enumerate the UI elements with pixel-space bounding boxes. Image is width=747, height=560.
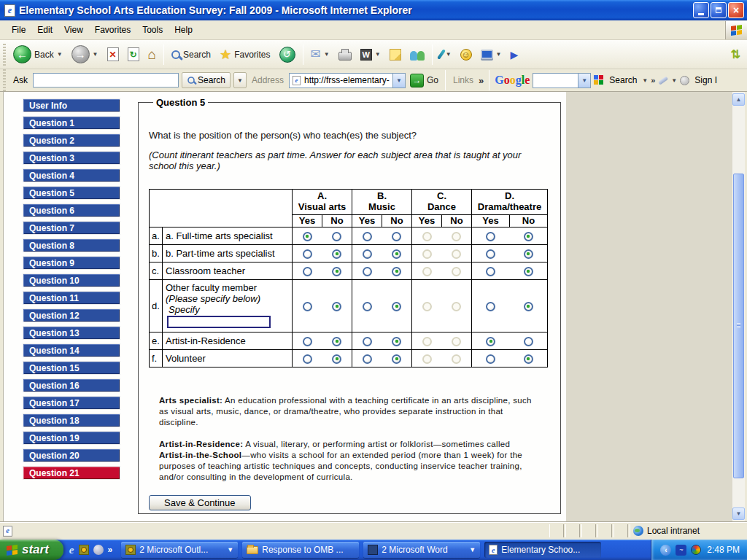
mail-button[interactable]: ✉ ▼ (307, 43, 333, 66)
radio-a-visualarts-no[interactable] (332, 232, 341, 241)
sidebar-item-question-21[interactable]: Question 21 (23, 466, 120, 480)
sidebar-item-question-5[interactable]: Question 5 (23, 186, 120, 200)
flag-button[interactable]: ▶ (506, 43, 522, 66)
sidebar-item-question-19[interactable]: Question 19 (23, 431, 120, 445)
radio-f-visualarts-yes[interactable] (303, 354, 312, 364)
sidebar-item-question-17[interactable]: Question 17 (23, 396, 120, 410)
radio-b-visualarts-yes[interactable] (303, 249, 312, 259)
more-chevron-icon[interactable]: » (651, 76, 655, 85)
taskbar-button-elementary-schoo-[interactable]: Elementary Schoo... (484, 542, 601, 558)
wrench-dropdown-icon[interactable]: ▼ (671, 77, 677, 84)
dropdown-arrow-icon[interactable]: ▼ (227, 546, 233, 553)
sidebar-item-question-4[interactable]: Question 4 (23, 168, 120, 182)
monitor-dropdown-icon[interactable]: ▼ (496, 51, 502, 58)
taskbar-button-2-microsoft-word[interactable]: 2 Microsoft Word▼ (363, 542, 480, 558)
sidebar-item-question-10[interactable]: Question 10 (23, 273, 120, 287)
forward-dropdown-icon[interactable]: ▼ (93, 51, 98, 58)
radio-e-visualarts-yes[interactable] (303, 337, 312, 346)
radio-b-dramatheatre-yes[interactable] (486, 249, 495, 259)
sidebar-item-question-18[interactable]: Question 18 (23, 413, 120, 427)
tray-swirl-icon[interactable] (691, 545, 701, 555)
restore-button[interactable] (711, 2, 727, 18)
menu-help[interactable]: Help (169, 22, 198, 38)
refresh-button[interactable]: ↻ (124, 43, 143, 66)
search-button[interactable]: Search (168, 43, 214, 66)
taskbar-button-response-to-omb-[interactable]: Response to OMB ... (242, 542, 359, 558)
radio-c-dramatheatre-yes[interactable] (486, 267, 495, 276)
tray-network-icon[interactable]: ~ (676, 545, 686, 556)
sidebar-item-question-16[interactable]: Question 16 (23, 378, 120, 392)
sidebar-item-question-20[interactable]: Question 20 (23, 448, 120, 462)
discuss-button[interactable] (386, 43, 405, 66)
google-search-box[interactable]: ▼ (533, 73, 591, 88)
back-dropdown-icon[interactable]: ▼ (57, 51, 63, 58)
forward-button[interactable]: → ▼ (68, 43, 102, 66)
menu-file[interactable]: File (6, 22, 31, 38)
save-continue-button[interactable]: Save & Continue (149, 495, 251, 510)
go-button[interactable]: → Go (409, 69, 440, 92)
quicklaunch-chevron-icon[interactable]: » (108, 545, 113, 555)
vertical-scrollbar[interactable]: ▲ ▼ (732, 92, 745, 521)
address-dropdown-icon[interactable]: ▼ (392, 74, 405, 88)
menu-tools[interactable]: Tools (136, 22, 169, 38)
scrollbar-thumb[interactable] (733, 174, 744, 478)
menu-edit[interactable]: Edit (31, 22, 58, 38)
pen-tool-button[interactable]: ▼ (436, 43, 455, 66)
outlook-quicklaunch-icon[interactable] (79, 545, 89, 555)
radio-e-music-no[interactable] (392, 337, 401, 346)
messenger-button[interactable] (406, 43, 428, 66)
ie-quicklaunch-icon[interactable]: e (69, 544, 74, 556)
google-search-label[interactable]: Search (607, 75, 639, 85)
tray-collapse-icon[interactable]: ‹ (660, 545, 671, 556)
mail-dropdown-icon[interactable]: ▼ (324, 51, 330, 58)
ask-search-dropdown[interactable]: ▼ (233, 72, 247, 88)
minimize-button[interactable] (693, 2, 709, 18)
google-box-dropdown-icon[interactable]: ▼ (578, 74, 590, 88)
print-button[interactable] (335, 43, 355, 66)
menu-favorites[interactable]: Favorites (89, 22, 136, 38)
radio-a-music-no[interactable] (392, 232, 401, 241)
radio-e-dramatheatre-no[interactable] (524, 337, 533, 346)
wrench-icon[interactable] (658, 76, 668, 85)
favorites-button[interactable]: ★ Favorites (216, 43, 274, 66)
sidebar-item-question-15[interactable]: Question 15 (23, 361, 120, 375)
radio-e-visualarts-no[interactable] (332, 337, 341, 346)
radio-b-dramatheatre-no[interactable] (524, 249, 533, 259)
scroll-down-icon[interactable]: ▼ (732, 508, 745, 520)
taskbar-button-2-microsoft-outl-[interactable]: 2 Microsoft Outl...▼ (121, 542, 238, 558)
radio-d-visualarts-no[interactable] (332, 302, 341, 311)
radio-c-visualarts-no[interactable] (332, 267, 341, 276)
sidebar-item-question-1[interactable]: Question 1 (23, 116, 120, 130)
ask-search-button[interactable]: Search (182, 72, 231, 88)
radio-a-music-yes[interactable] (363, 232, 372, 241)
toolbar-grip[interactable] (3, 44, 6, 66)
radio-c-dramatheatre-no[interactable] (524, 267, 533, 276)
sidebar-item-question-8[interactable]: Question 8 (23, 238, 120, 252)
sidebar-item-user-info[interactable]: User Info (23, 98, 120, 112)
radio-e-music-yes[interactable] (363, 337, 372, 346)
radio-f-dramatheatre-no[interactable] (524, 354, 533, 364)
radio-c-music-yes[interactable] (363, 267, 372, 276)
radio-d-music-no[interactable] (392, 302, 401, 311)
start-button[interactable]: start (0, 540, 63, 560)
pen-dropdown-icon[interactable]: ▼ (446, 51, 452, 58)
radio-f-music-yes[interactable] (363, 354, 372, 364)
radio-a-visualarts-yes[interactable] (303, 232, 312, 241)
monitor-button[interactable]: ▼ (477, 43, 506, 66)
menu-view[interactable]: View (58, 22, 89, 38)
home-button[interactable]: ⌂ (144, 43, 160, 66)
radio-d-visualarts-yes[interactable] (303, 302, 312, 311)
close-button[interactable]: × (728, 2, 744, 18)
smiley-button[interactable]: ☺ (457, 43, 476, 66)
sidebar-item-question-7[interactable]: Question 7 (23, 221, 120, 235)
updown-sync-button[interactable]: ⇅ (727, 43, 744, 66)
links-chevron-icon[interactable]: » (479, 75, 484, 86)
radio-c-visualarts-yes[interactable] (303, 267, 312, 276)
radio-f-dramatheatre-yes[interactable] (486, 354, 495, 364)
messenger-quicklaunch-icon[interactable] (93, 545, 104, 555)
radio-d-music-yes[interactable] (363, 302, 372, 311)
radio-e-dramatheatre-yes[interactable] (486, 337, 495, 346)
radio-a-dramatheatre-no[interactable] (524, 232, 533, 241)
sidebar-item-question-9[interactable]: Question 9 (23, 256, 120, 270)
sidebar-item-question-3[interactable]: Question 3 (23, 151, 120, 165)
